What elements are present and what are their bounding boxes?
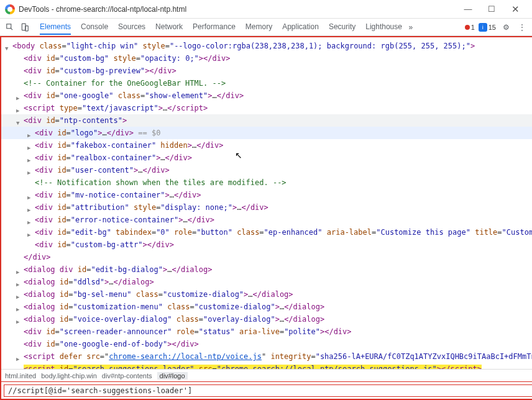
- devtools-toolbar: ElementsConsoleSourcesNetworkPerformance…: [0, 19, 532, 36]
- tab-performance[interactable]: Performance: [193, 20, 236, 35]
- panel-tabs: ElementsConsoleSourcesNetworkPerformance…: [40, 20, 402, 35]
- dom-node[interactable]: <div id="screen-reader-announcer" role="…: [1, 325, 532, 338]
- dom-node[interactable]: <div id="custom-bg-preview"></div>: [1, 65, 532, 77]
- error-count[interactable]: 1: [465, 24, 475, 31]
- dom-node[interactable]: </div>: [1, 251, 532, 263]
- find-input[interactable]: [4, 384, 532, 397]
- titlebar: DevTools - chrome-search://local-ntp/loc…: [0, 0, 532, 19]
- device-icon[interactable]: [19, 21, 31, 34]
- breadcrumb-item[interactable]: div#ntp-contents: [102, 372, 152, 380]
- dom-node[interactable]: ▶<div id="attribution" style="display: n…: [1, 201, 532, 214]
- inspect-icon[interactable]: [4, 21, 16, 34]
- dom-node[interactable]: <div id="custom-bg" style="opacity: 0;">…: [1, 52, 532, 65]
- dom-node[interactable]: ▶<dialog id="voice-overlay-dialog" class…: [1, 313, 532, 325]
- tab-elements[interactable]: Elements: [40, 20, 71, 35]
- breadcrumb-item[interactable]: html.inited: [5, 372, 36, 380]
- chrome-logo-icon: [5, 4, 15, 14]
- dom-node[interactable]: <div id="custom-bg-attr"></div>: [1, 239, 532, 251]
- dom-tree[interactable]: ▼<body class="light-chip win" style="--l…: [1, 37, 532, 369]
- minimize-button[interactable]: —: [456, 1, 480, 18]
- breadcrumb-item[interactable]: body.light-chip.win: [41, 372, 97, 380]
- find-bar: 1 of 1 ˄ ˅ Cancel: [1, 381, 532, 399]
- dom-node[interactable]: <div id="one-google-end-of-body"></div>: [1, 338, 532, 350]
- window-title: DevTools - chrome-search://local-ntp/loc…: [19, 5, 456, 14]
- tab-sources[interactable]: Sources: [118, 20, 145, 35]
- tab-memory[interactable]: Memory: [245, 20, 272, 35]
- dom-node[interactable]: ▶<script type="text/javascript">…</scrip…: [1, 102, 532, 114]
- dom-node[interactable]: ▼<div id="ntp-contents">: [1, 114, 532, 127]
- breadcrumb[interactable]: html.initedbody.light-chip.windiv#ntp-co…: [1, 369, 532, 381]
- settings-icon[interactable]: ⚙: [500, 21, 512, 34]
- dom-node[interactable]: ▶<dialog id="bg-sel-menu" class="customi…: [1, 288, 532, 301]
- breadcrumb-item[interactable]: div#logo: [157, 372, 188, 380]
- tab-security[interactable]: Security: [329, 20, 355, 35]
- dom-node[interactable]: ▶<script defer src="chrome-search://loca…: [1, 350, 532, 363]
- dom-node[interactable]: ▶<div id="logo">…</div> == $0: [1, 127, 532, 139]
- kebab-icon[interactable]: ⋮: [516, 21, 528, 34]
- dom-node[interactable]: ▶<div id="mv-notice-container">…</div>: [1, 189, 532, 201]
- dom-node[interactable]: ▶<div id="realbox-container">…</div>: [1, 152, 532, 164]
- dom-node[interactable]: ▶<dialog id="customization-menu" class="…: [1, 301, 532, 313]
- dom-node[interactable]: ▶<dialog div id="edit-bg-dialog">…</dial…: [1, 263, 532, 276]
- tab-console[interactable]: Console: [81, 20, 108, 35]
- dom-node[interactable]: ▶<div id="edit-bg" tabindex="0" role="bu…: [1, 226, 532, 239]
- dom-node[interactable]: ▶<div id="one-google" class="show-elemen…: [1, 89, 532, 102]
- tab-lighthouse[interactable]: Lighthouse: [365, 20, 402, 35]
- dom-node[interactable]: ▶<div id="user-content">…</div>: [1, 164, 532, 176]
- close-button[interactable]: ✕: [503, 1, 527, 18]
- dom-node[interactable]: <script id="search-suggestions-loader" s…: [1, 363, 532, 369]
- dom-node[interactable]: ▶<div id="error-notice-container">…</div…: [1, 214, 532, 226]
- elements-panel: ▼<body class="light-chip win" style="--l…: [0, 36, 532, 400]
- dom-node[interactable]: <!-- Notification shown when the tiles a…: [1, 176, 532, 189]
- maximize-button[interactable]: ☐: [480, 1, 503, 18]
- tab-application[interactable]: Application: [282, 20, 319, 35]
- dom-node[interactable]: ▶<dialog id="ddlsd">…</dialog>: [1, 276, 532, 288]
- dom-node[interactable]: <!-- Container for the OneGoogleBar HTML…: [1, 77, 532, 89]
- more-tabs-icon[interactable]: »: [405, 21, 417, 34]
- message-count[interactable]: i15: [479, 23, 496, 32]
- tab-network[interactable]: Network: [155, 20, 183, 35]
- dom-node[interactable]: ▶<div id="fakebox-container" hidden>…</d…: [1, 139, 532, 152]
- dom-node[interactable]: ▼<body class="light-chip win" style="--l…: [1, 40, 532, 52]
